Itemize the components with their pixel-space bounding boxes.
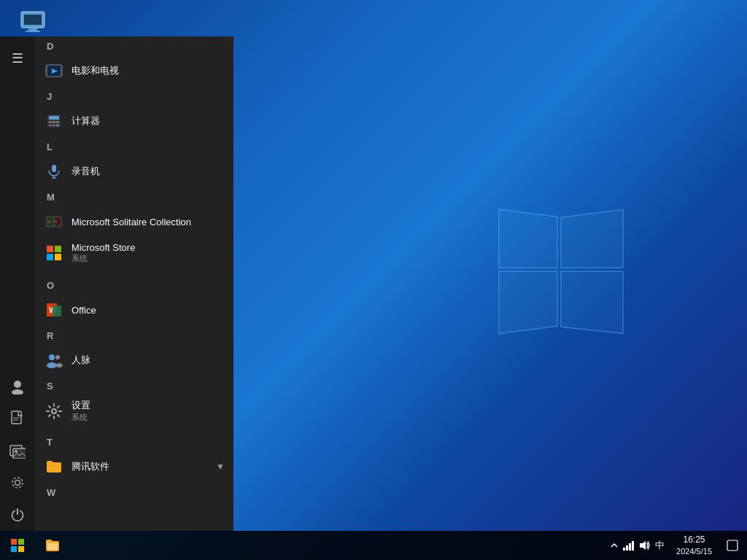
section-header-o: O	[35, 276, 233, 294]
app-item-solitaire[interactable]: ♠ ♦ Microsoft Solitaire Collection	[35, 206, 233, 238]
svg-rect-59	[623, 548, 625, 551]
svg-rect-54	[11, 539, 17, 545]
language-indicator[interactable]: 中	[655, 539, 665, 552]
volume-icon[interactable]	[639, 540, 651, 551]
svg-rect-10	[28, 28, 37, 31]
svg-rect-55	[18, 539, 24, 545]
settings-app-icon	[44, 401, 64, 421]
svg-rect-60	[626, 545, 628, 551]
svg-rect-34	[56, 125, 59, 126]
time-display: 16:25	[684, 534, 705, 546]
svg-rect-25	[46, 66, 47, 76]
svg-rect-18	[13, 448, 26, 459]
svg-rect-48	[53, 306, 61, 316]
app-item-movies-tv[interactable]: 电影和电视	[35, 55, 233, 87]
taskbar-clock[interactable]: 16:25 2024/5/15	[670, 531, 718, 560]
settings-sub: 系统	[71, 412, 90, 423]
taskbar-file-explorer-button[interactable]	[35, 531, 70, 560]
notification-button[interactable]	[718, 531, 747, 560]
section-header-r: R	[35, 326, 233, 344]
svg-rect-57	[18, 546, 24, 552]
app-list: D 电影和电视 J	[35, 36, 233, 531]
svg-point-19	[15, 450, 18, 453]
svg-point-21	[12, 478, 23, 488]
svg-rect-62	[632, 541, 634, 551]
svg-rect-9	[24, 15, 42, 25]
photos-icon	[9, 443, 26, 459]
ms-store-icon	[44, 243, 64, 263]
svg-marker-6	[500, 272, 557, 332]
user-account-button[interactable]	[0, 370, 35, 402]
svg-rect-43	[55, 246, 61, 252]
section-header-l: L	[35, 137, 233, 155]
settings-button[interactable]	[0, 467, 35, 499]
taskbar: 中 16:25 2024/5/15	[0, 531, 747, 560]
network-icon[interactable]	[623, 540, 635, 551]
app-item-office[interactable]: W Office	[35, 294, 233, 326]
svg-rect-26	[61, 66, 62, 76]
chevron-up-icon	[610, 541, 619, 550]
documents-button[interactable]	[0, 402, 35, 435]
tencent-label: 腾讯软件	[71, 460, 109, 473]
section-header-m: M	[35, 187, 233, 206]
taskbar-right: 中 16:25 2024/5/15	[604, 531, 747, 560]
svg-rect-31	[56, 121, 59, 123]
app-item-ms-store[interactable]: Microsoft Store 系统	[35, 238, 233, 276]
svg-rect-44	[47, 254, 53, 260]
section-header-t: T	[35, 432, 233, 451]
office-icon: W	[44, 300, 64, 320]
people-icon	[44, 350, 64, 370]
svg-marker-63	[640, 541, 646, 550]
svg-rect-61	[629, 543, 631, 551]
power-button[interactable]	[0, 499, 35, 531]
settings-label: 设置	[71, 400, 90, 411]
svg-point-53	[52, 409, 56, 413]
svg-rect-28	[49, 116, 59, 120]
office-label: Office	[71, 305, 96, 316]
desktop: 此电脑 ☰	[0, 0, 747, 560]
svg-rect-56	[11, 546, 17, 552]
volume-speaker-icon	[639, 540, 651, 551]
windows-start-icon	[11, 539, 24, 552]
hamburger-menu-button[interactable]: ☰	[0, 42, 35, 74]
movies-tv-icon	[44, 61, 64, 81]
calculator-icon	[44, 111, 64, 131]
solitaire-icon: ♠ ♦	[44, 211, 64, 232]
power-icon	[9, 507, 26, 523]
svg-point-51	[55, 355, 60, 359]
user-icon	[9, 378, 26, 394]
language-label: 中	[655, 539, 665, 552]
app-item-calculator[interactable]: 计算器	[35, 105, 233, 137]
svg-rect-35	[52, 165, 56, 172]
svg-rect-33	[53, 125, 55, 126]
svg-point-20	[15, 481, 20, 486]
svg-rect-64	[727, 540, 738, 551]
app-item-tencent[interactable]: 腾讯软件 ▼	[35, 451, 233, 483]
notification-icon	[727, 540, 738, 551]
section-header-s: S	[35, 376, 233, 394]
people-label: 人脉	[71, 354, 90, 367]
svg-rect-45	[55, 254, 61, 260]
windows-logo-decoration	[492, 202, 630, 343]
svg-rect-42	[47, 246, 53, 252]
folder-expand-arrow: ▼	[216, 462, 225, 472]
computer-icon	[18, 7, 47, 36]
svg-marker-7	[562, 272, 622, 332]
tray-chevron[interactable]	[610, 541, 619, 550]
section-header-d: D	[35, 36, 233, 55]
photos-button[interactable]	[0, 435, 35, 467]
app-item-voice-recorder[interactable]: 录音机	[35, 155, 233, 187]
svg-text:♠: ♠	[48, 219, 51, 224]
system-tray: 中	[604, 531, 670, 560]
svg-rect-30	[53, 121, 55, 123]
start-menu-sidebar: ☰	[0, 36, 35, 531]
file-explorer-icon	[44, 537, 61, 553]
svg-point-50	[47, 362, 57, 368]
svg-point-12	[14, 381, 21, 388]
movies-tv-label: 电影和电视	[71, 64, 119, 77]
app-item-settings[interactable]: 设置 系统	[35, 394, 233, 432]
section-header-w: W	[35, 483, 233, 501]
start-button[interactable]	[0, 531, 35, 560]
ms-store-sub: 系统	[71, 253, 135, 264]
app-item-people[interactable]: 人脉	[35, 344, 233, 376]
